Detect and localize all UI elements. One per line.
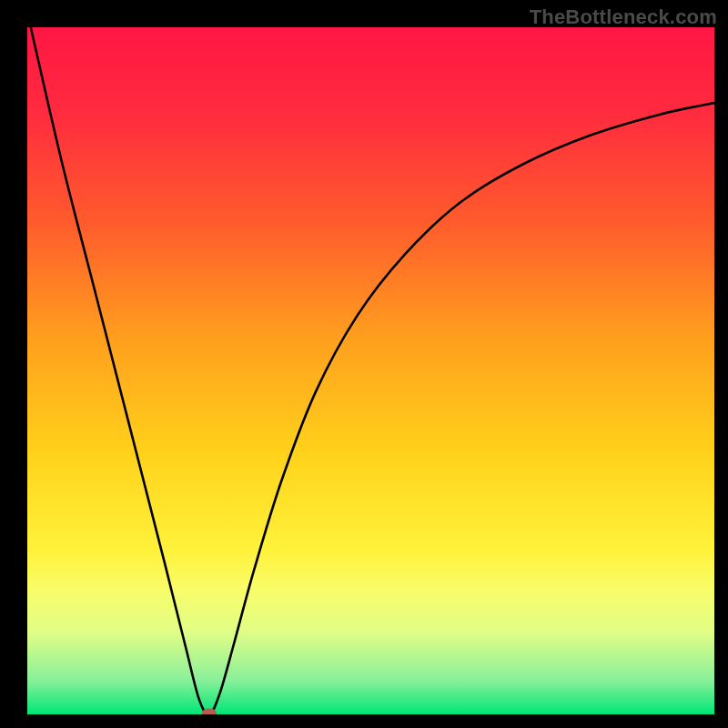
bottleneck-curve-path <box>31 27 714 714</box>
plot-area <box>27 27 714 714</box>
curve-layer <box>27 27 714 714</box>
watermark-text: TheBottleneck.com <box>530 5 717 29</box>
bottleneck-chart: TheBottleneck.com <box>0 0 728 728</box>
optimum-marker <box>202 709 217 715</box>
